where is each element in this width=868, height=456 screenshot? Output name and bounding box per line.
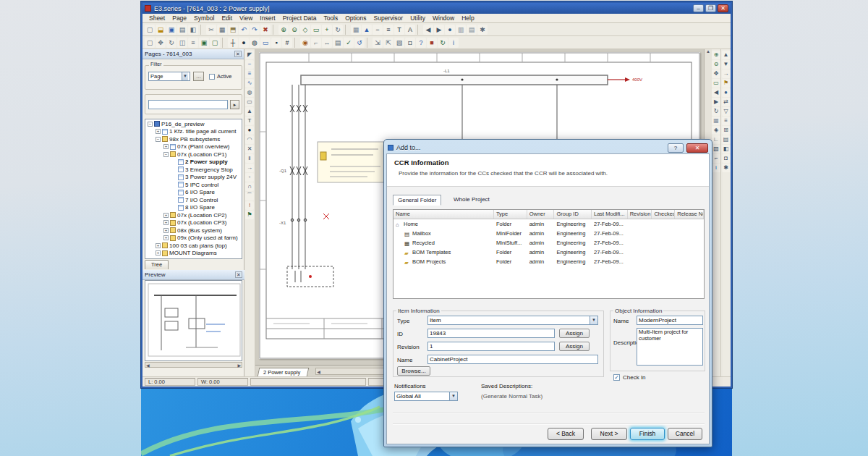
measure-icon[interactable]: ⌐: [311, 38, 321, 48]
cancel-button[interactable]: Cancel: [668, 428, 702, 440]
zoom-in-icon[interactable]: ⊕: [278, 25, 289, 35]
cable-icon[interactable]: ∿: [245, 79, 254, 88]
tree-expander-icon[interactable]: +: [163, 228, 169, 233]
update-icon[interactable]: ↺: [354, 38, 365, 48]
open-icon[interactable]: ⬓: [156, 25, 166, 35]
pair-icon[interactable]: ‖: [245, 154, 254, 163]
rotate-icon[interactable]: ↻: [166, 38, 176, 48]
column-header-name[interactable]: Name: [393, 210, 494, 219]
lock-icon[interactable]: ◘: [405, 38, 415, 48]
print-preview-icon[interactable]: ◧: [188, 25, 198, 35]
export-icon[interactable]: ⇱: [383, 38, 393, 48]
dialog-help-button[interactable]: ?: [668, 143, 684, 153]
tree-item[interactable]: 8 I/O Spare: [145, 204, 242, 212]
table-row[interactable]: ▰BOM ProjectsFolderadminEngineering27-Fe…: [393, 257, 704, 266]
preview-icon[interactable]: ◧: [722, 145, 731, 153]
menu-item-help[interactable]: Help: [458, 14, 477, 22]
tree-item[interactable]: +09x (Only used at farm): [145, 235, 242, 242]
id-input[interactable]: 19843: [427, 329, 555, 338]
object-name-input[interactable]: ModernProject: [637, 316, 703, 325]
list-icon[interactable]: ▤: [722, 135, 731, 144]
preview-panel-header[interactable]: Preview ✕: [142, 270, 244, 280]
rzoom-in-icon[interactable]: ⊕: [712, 51, 720, 59]
table-row[interactable]: ▦RecycledMiniStuff...adminEngineering27-…: [393, 238, 704, 248]
ruler-icon[interactable]: ⌐: [712, 154, 720, 163]
zoom-out-icon[interactable]: ⊖: [289, 25, 299, 35]
revision-input[interactable]: 1: [427, 342, 555, 351]
menu-item-options[interactable]: Options: [341, 14, 370, 22]
assign-revision-button[interactable]: Assign: [559, 342, 590, 351]
tree-expander-icon[interactable]: +: [156, 250, 161, 256]
text-tool-icon[interactable]: T: [245, 117, 254, 125]
pages-panel-header[interactable]: Pages - 7614_003 ✕: [142, 49, 244, 59]
menu-item-sheet[interactable]: Sheet: [145, 14, 169, 22]
sheet-up-icon[interactable]: ▲: [722, 51, 731, 59]
zoom-window-icon[interactable]: ◇: [300, 25, 310, 35]
replace-icon[interactable]: ⇄: [722, 98, 731, 106]
scroll-left-icon[interactable]: ◀: [317, 369, 320, 374]
rfit-icon[interactable]: ▭: [712, 79, 720, 88]
menu-item-tools[interactable]: Tools: [320, 14, 341, 22]
sheet-tab-active[interactable]: 2 Power supply: [258, 368, 310, 376]
check-in-checkbox[interactable]: ✓ Check In: [613, 374, 646, 381]
tree-item[interactable]: −07x (Location CP1): [145, 151, 242, 159]
rpan-icon[interactable]: ✥: [712, 69, 720, 78]
symbol-icon[interactable]: ▲: [362, 25, 372, 35]
tree-expander-icon[interactable]: +: [163, 235, 169, 240]
tree-item[interactable]: 7 I/O Control: [145, 196, 242, 204]
tree-item[interactable]: +MOUNT Diagrams: [145, 250, 242, 258]
menu-item-window[interactable]: Window: [429, 14, 458, 22]
tree-item[interactable]: 3 Power supply 24V: [145, 174, 242, 182]
pointer-icon[interactable]: ◤: [245, 51, 254, 59]
next-button[interactable]: Next >: [591, 428, 627, 440]
table-row[interactable]: ⌂HomeFolderadminEngineering27-Feb-09...: [393, 219, 704, 229]
redraw-icon[interactable]: ↻: [333, 25, 343, 35]
bridge-icon[interactable]: ∩: [245, 182, 254, 191]
checkbox-checked-icon[interactable]: ✓: [613, 374, 620, 381]
jumper-icon[interactable]: ⌒: [245, 192, 254, 200]
search-icon[interactable]: ●: [445, 25, 455, 35]
tree-expander-icon[interactable]: −: [156, 137, 161, 142]
page-type-combo[interactable]: Page ▼: [148, 72, 190, 81]
tree-item[interactable]: −98x PB subsystems: [145, 135, 242, 143]
junction-tool-icon[interactable]: ●: [245, 126, 254, 135]
menu-item-supervisor[interactable]: Supervisor: [370, 14, 407, 22]
dialog-close-button[interactable]: ✕: [686, 143, 708, 153]
preview-close-icon[interactable]: ✕: [235, 271, 242, 278]
type-combo[interactable]: Item ▼: [427, 316, 598, 325]
tree-item[interactable]: +08x (Bus system): [145, 227, 242, 235]
goto-icon[interactable]: →: [722, 69, 731, 78]
active-checkbox[interactable]: Active: [209, 73, 231, 80]
import-icon[interactable]: ⇲: [373, 38, 383, 48]
tree-item[interactable]: +100 03 cab plans (top): [145, 242, 242, 250]
app-titlebar[interactable]: E3.series - [7614_003 : 2 Power supply] …: [142, 3, 731, 14]
search-go-button[interactable]: ▸: [230, 100, 239, 109]
panel-close-icon[interactable]: ✕: [234, 51, 242, 57]
layer-icon[interactable]: ▧: [712, 145, 720, 153]
browse-button[interactable]: Browse...: [397, 366, 430, 376]
wire-tool-icon[interactable]: −: [245, 60, 254, 69]
ungroup-icon[interactable]: ▢: [210, 38, 220, 48]
redo-icon[interactable]: ↷: [250, 25, 260, 35]
menu-item-symbol[interactable]: Symbol: [190, 14, 218, 22]
panel-tab-tree[interactable]: Tree: [145, 260, 169, 269]
undo-icon[interactable]: ↶: [239, 25, 249, 35]
table-row[interactable]: ▤MailboxMiniFolderadminEngineering27-Feb…: [393, 229, 704, 238]
bookmark-icon[interactable]: ⚑: [722, 79, 731, 88]
twist-icon[interactable]: ✕: [245, 145, 254, 153]
mirror-icon[interactable]: ◫: [177, 38, 187, 48]
tree-expander-icon[interactable]: +: [163, 213, 169, 218]
menu-item-utility[interactable]: Utility: [407, 14, 429, 22]
scroll-left-icon[interactable]: ◀: [146, 363, 150, 368]
paste-icon[interactable]: ⬒: [228, 25, 238, 35]
view-next-icon[interactable]: ▶: [712, 98, 720, 106]
tree-item[interactable]: +1 Kfz. title page all current: [145, 128, 242, 136]
tab-whole-project[interactable]: Whole Project: [449, 195, 494, 204]
node-icon[interactable]: ◦: [245, 173, 254, 182]
chevron-down-icon[interactable]: ▼: [590, 316, 597, 324]
rredraw-icon[interactable]: ↻: [712, 107, 720, 116]
column-header-last-modifi-[interactable]: Last Modifi...: [592, 210, 628, 219]
dialog-titlebar[interactable]: Add to... ? ✕: [386, 142, 710, 153]
snap-icon[interactable]: ◈: [712, 126, 720, 135]
filter-icon[interactable]: ▽: [722, 107, 731, 116]
